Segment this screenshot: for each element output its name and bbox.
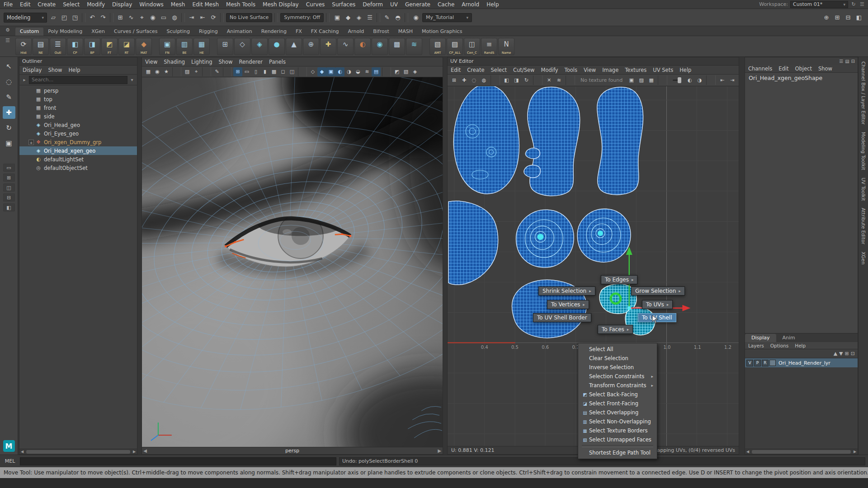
wireframe[interactable]: ◇ <box>308 67 317 76</box>
menubar-item[interactable]: Display <box>108 1 136 8</box>
uv-editor-menu[interactable]: Textures <box>622 67 650 73</box>
snap-to-grid[interactable]: ⊞ <box>115 12 126 23</box>
menubar-item[interactable]: Generate <box>401 1 434 8</box>
shelf-button[interactable]: ◪ RT <box>118 38 135 55</box>
context-menu-item[interactable]: ◪ Select Front-Facing <box>578 399 657 408</box>
shaded[interactable]: ◆ <box>317 67 326 76</box>
outliner-hscrollbar[interactable]: ◀▶ <box>19 449 137 454</box>
x-ray[interactable]: ▧ <box>401 67 410 76</box>
cut-uv[interactable]: ✕ <box>544 75 554 85</box>
open-scene[interactable]: ◰ <box>59 12 70 23</box>
shelf-button[interactable]: ◈ <box>251 38 268 55</box>
uv-lattice-tool[interactable]: ⊞ <box>449 75 459 85</box>
redo[interactable]: ↷ <box>98 12 108 23</box>
uv-editor-menu[interactable]: Cut/Sew <box>510 67 538 73</box>
outliner-item[interactable]: + ❖ Ori_xgen_Dummy_grp <box>19 138 137 146</box>
shelf-tab[interactable]: Rigging <box>194 28 222 36</box>
symmetry-field[interactable]: Symmetry: Off <box>280 13 324 22</box>
mel-command-input[interactable] <box>20 457 336 465</box>
select-camera[interactable]: ▦ <box>144 67 153 76</box>
shelf-button[interactable]: ◇ <box>234 38 250 55</box>
shelf-tab[interactable]: Rendering <box>257 28 291 36</box>
statusline-icon[interactable] <box>110 13 113 22</box>
shelf-tab[interactable]: FX <box>291 28 307 36</box>
context-menu-item[interactable]: ▥ Select Non-Overlapping <box>578 417 657 426</box>
menubar-item[interactable]: Mesh Tools <box>222 1 259 8</box>
layer-row[interactable]: V P R Ori_Head_Render_lyr <box>745 358 858 367</box>
channel-box-menu[interactable]: Channels <box>745 66 775 72</box>
snap-to-projected-center[interactable]: ◉ <box>147 12 158 23</box>
snap-to-curve[interactable]: ∿ <box>126 12 137 23</box>
new-scene[interactable]: ▱ <box>48 12 59 23</box>
shelf-button[interactable]: ◨ BP <box>84 38 100 55</box>
shelf-tab[interactable]: Animation <box>222 28 257 36</box>
outliner-item[interactable]: + ▦ front <box>19 103 137 112</box>
menubar-item[interactable]: Help <box>483 1 502 8</box>
outliner-item[interactable]: + ◐ defaultLightSet <box>19 155 137 164</box>
sew-uv[interactable]: ≋ <box>554 75 564 85</box>
shelf-button[interactable]: ✚ <box>320 38 336 55</box>
use-all-lights[interactable]: ◐ <box>335 67 344 76</box>
scroll-left-icon[interactable]: ◀ <box>142 448 148 453</box>
layer-display-type-toggle[interactable]: R <box>762 360 769 366</box>
outliner-item[interactable]: + ◈ Ori_Head_geo <box>19 121 137 129</box>
gear-icon[interactable]: ⚙ <box>3 27 13 33</box>
shelf-button[interactable]: ▥ BE <box>176 38 193 55</box>
viewport-menu[interactable]: Shading <box>160 59 188 65</box>
chevron-down-icon[interactable]: ▾ <box>129 77 135 82</box>
viewport-toolbar-icon[interactable] <box>382 67 391 76</box>
shelf-button[interactable]: ▨ CP_ALL <box>447 38 463 55</box>
menubar-item[interactable]: Cache <box>434 1 458 8</box>
safe-title[interactable]: ◫ <box>288 67 297 76</box>
shelf-button[interactable]: ◐ <box>354 38 371 55</box>
context-menu-item[interactable]: Clear Selection <box>578 354 657 363</box>
shelf-tab[interactable]: Sculpting <box>162 28 194 36</box>
pin-icon[interactable]: ☰ <box>839 59 843 64</box>
viewport-toolbar-icon[interactable] <box>223 67 232 76</box>
outliner-item[interactable]: + ◎ defaultObjectSet <box>19 164 137 172</box>
grid-display[interactable]: ⊞ <box>832 12 843 23</box>
shelf-button[interactable]: ⊕ <box>303 38 319 55</box>
shelf-tab[interactable]: Curves / Surfaces <box>109 28 162 36</box>
marking-menu-shrink-selection[interactable]: Shrink Selection▸ <box>538 286 595 296</box>
outliner-menu[interactable]: Help <box>65 67 83 73</box>
workspace-menu-icon[interactable]: ☰ <box>859 1 865 7</box>
shelf-tab[interactable]: MASH <box>394 28 417 36</box>
menubar-item[interactable]: Arnold <box>458 1 483 8</box>
menubar-item[interactable]: Modify <box>83 1 108 8</box>
shelf-button[interactable]: ◧ CP <box>67 38 83 55</box>
sidebar-tab[interactable]: Channel Box / Layer Editor <box>861 61 866 125</box>
menubar-item[interactable]: Edit Mesh <box>189 1 222 8</box>
marking-menu-to-edges[interactable]: To Edges▸ <box>601 275 637 284</box>
uv-editor-menu[interactable]: Tools <box>561 67 580 73</box>
grease-pencil[interactable]: ✎ <box>212 67 222 76</box>
anti-aliasing[interactable]: ▤ <box>372 67 381 76</box>
shelf-tab[interactable]: Custom <box>15 28 43 36</box>
viewport-toolbar-icon[interactable] <box>202 67 211 76</box>
uv-editor-menu[interactable]: View <box>580 67 599 73</box>
textured[interactable]: ▣ <box>326 67 335 76</box>
snap-to-point[interactable]: ⌖ <box>137 12 147 23</box>
shelf-tab[interactable]: FX Caching <box>307 28 344 36</box>
viewport-menu[interactable]: View <box>142 59 160 65</box>
shelf-button[interactable]: ⟳ Hist <box>15 38 32 55</box>
shelf-button[interactable] <box>153 38 158 55</box>
outliner-item[interactable]: + ◈ Ori_Eyes_geo <box>19 129 137 138</box>
layout-split-tb[interactable]: ⊟ <box>3 193 15 202</box>
menubar-item[interactable]: Deform <box>359 1 387 8</box>
marking-menu-to-faces[interactable]: To Faces▸ <box>598 325 633 334</box>
layout-single[interactable]: ▭ <box>3 164 15 172</box>
film-gate[interactable]: ▭ <box>242 67 251 76</box>
outliner-item[interactable]: + ◈ Ori_Head_xgen_geo <box>19 146 137 155</box>
scale-tool[interactable]: ▣ <box>3 137 15 150</box>
viewport-canvas[interactable] <box>142 77 443 447</box>
uv-toolbar-icon[interactable] <box>658 75 667 85</box>
statusline-icon[interactable] <box>220 13 224 22</box>
menubar-item[interactable]: Mesh Display <box>259 1 302 8</box>
shelf-button[interactable]: ▩ <box>389 38 405 55</box>
menubar-item[interactable]: File <box>0 1 16 8</box>
filter-icon[interactable]: ▸ <box>21 77 28 82</box>
paint-effects[interactable]: ✎ <box>382 12 392 23</box>
layer-editor-tab[interactable]: Anim <box>776 334 802 342</box>
shelf-button[interactable]: ▦ HE <box>193 38 210 55</box>
